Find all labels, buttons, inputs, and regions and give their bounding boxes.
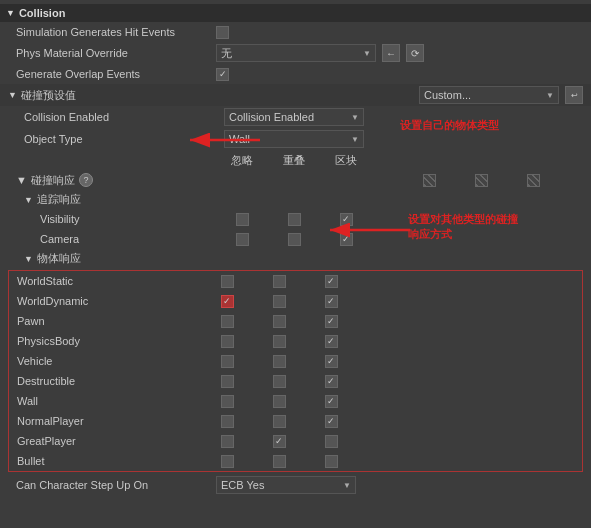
can-step-up-arrow-icon: ▼ — [343, 481, 351, 490]
physics-body-label: PhysicsBody — [17, 335, 209, 347]
collision-response-label-container: ▼ 碰撞响应 ? — [16, 173, 93, 188]
ws-block-checkbox[interactable] — [325, 275, 338, 288]
ws-overlap-checkbox[interactable] — [273, 275, 286, 288]
collision-response-help-icon[interactable]: ? — [79, 173, 93, 187]
generate-overlap-value — [216, 68, 583, 81]
np-ignore-cell — [209, 415, 245, 428]
destructible-label: Destructible — [17, 375, 209, 387]
camera-label: Camera — [40, 233, 224, 245]
object-types-section: WorldStatic WorldDynamic — [8, 270, 583, 472]
great-player-label: GreatPlayer — [17, 435, 209, 447]
dest-overlap-checkbox[interactable] — [273, 375, 286, 388]
collision-enabled-label: Collision Enabled — [24, 111, 224, 123]
pawn-overlap-checkbox[interactable] — [273, 315, 286, 328]
collision-section: ▼ Collision Simulation Generates Hit Eve… — [0, 0, 591, 500]
gp-overlap-cell — [261, 435, 297, 448]
collision-preset-extra-button[interactable]: ↩ — [565, 86, 583, 104]
generate-overlap-checkbox[interactable] — [216, 68, 229, 81]
world-static-label: WorldStatic — [17, 275, 209, 287]
wd-overlap-cell — [261, 295, 297, 308]
pawn-block-checkbox[interactable] — [325, 315, 338, 328]
vehicle-label: Vehicle — [17, 355, 209, 367]
bullet-ignore-cell — [209, 455, 245, 468]
visibility-ignore-checkbox[interactable] — [236, 213, 249, 226]
block-col-header: 区块 — [328, 153, 364, 168]
wd-block-checkbox[interactable] — [325, 295, 338, 308]
object-type-dropdown[interactable]: Wall ▼ — [224, 130, 364, 148]
bullet-overlap-checkbox[interactable] — [273, 455, 286, 468]
trace-response-arrow-icon: ▼ — [24, 195, 33, 205]
phys-material-back-button[interactable]: ← — [382, 44, 400, 62]
simulation-checkbox[interactable] — [216, 26, 229, 39]
world-static-row: WorldStatic — [9, 271, 582, 291]
ws-ignore-checkbox[interactable] — [221, 275, 234, 288]
gp-block-checkbox[interactable] — [325, 435, 338, 448]
np-block-checkbox[interactable] — [325, 415, 338, 428]
np-overlap-checkbox[interactable] — [273, 415, 286, 428]
wd-ignore-checkbox[interactable] — [221, 295, 234, 308]
ws-overlap-cell — [261, 275, 297, 288]
collision-preset-dropdown[interactable]: Custom... ▼ — [419, 86, 559, 104]
dest-ignore-checkbox[interactable] — [221, 375, 234, 388]
pb-overlap-checkbox[interactable] — [273, 335, 286, 348]
collision-response-arrow-icon: ▼ — [16, 174, 27, 186]
phys-material-dropdown-arrow-icon: ▼ — [363, 49, 371, 58]
visibility-block-checkbox[interactable] — [340, 213, 353, 226]
overlap-col-header: 重叠 — [276, 153, 312, 168]
phys-material-value: 无 ▼ ← ⟳ — [216, 44, 583, 62]
object-response-row: ▼ 物体响应 — [0, 249, 591, 268]
wall-label: Wall — [17, 395, 209, 407]
pb-ignore-checkbox[interactable] — [221, 335, 234, 348]
camera-ignore-checkbox[interactable] — [236, 233, 249, 246]
collision-header[interactable]: ▼ Collision — [0, 4, 591, 22]
vehicle-checkboxes — [209, 355, 349, 368]
world-dynamic-checkboxes — [209, 295, 349, 308]
normal-player-label: NormalPlayer — [17, 415, 209, 427]
response-block-checkbox[interactable] — [527, 174, 540, 187]
collision-enabled-dropdown[interactable]: Collision Enabled ▼ — [224, 108, 364, 126]
destructible-checkboxes — [209, 375, 349, 388]
response-ignore-checkbox[interactable] — [423, 174, 436, 187]
wall-block-cell — [313, 395, 349, 408]
wall-overlap-checkbox[interactable] — [273, 395, 286, 408]
wall-ignore-checkbox[interactable] — [221, 395, 234, 408]
can-step-up-dropdown[interactable]: ECB Yes ▼ — [216, 476, 356, 494]
bullet-row: Bullet — [9, 451, 582, 471]
trace-response-label: 追踪响应 — [37, 192, 81, 207]
pawn-block-cell — [313, 315, 349, 328]
response-overlap-checkbox[interactable] — [475, 174, 488, 187]
gp-overlap-checkbox[interactable] — [273, 435, 286, 448]
ws-ignore-cell — [209, 275, 245, 288]
veh-ignore-checkbox[interactable] — [221, 355, 234, 368]
bullet-overlap-cell — [261, 455, 297, 468]
np-ignore-checkbox[interactable] — [221, 415, 234, 428]
normal-player-row: NormalPlayer — [9, 411, 582, 431]
phys-material-search-button[interactable]: ⟳ — [406, 44, 424, 62]
visibility-row: Visibility — [0, 209, 591, 229]
bullet-ignore-checkbox[interactable] — [221, 455, 234, 468]
pb-overlap-cell — [261, 335, 297, 348]
collision-response-header-row: ▼ 碰撞响应 ? — [0, 170, 591, 190]
phys-material-dropdown[interactable]: 无 ▼ — [216, 44, 376, 62]
dest-block-cell — [313, 375, 349, 388]
camera-block-checkbox[interactable] — [340, 233, 353, 246]
collision-panel: ▼ Collision Simulation Generates Hit Eve… — [0, 0, 591, 500]
column-headers-row: 忽略 重叠 区块 — [0, 150, 591, 170]
visibility-overlap-checkbox[interactable] — [288, 213, 301, 226]
wd-overlap-checkbox[interactable] — [273, 295, 286, 308]
veh-block-checkbox[interactable] — [325, 355, 338, 368]
bullet-block-checkbox[interactable] — [325, 455, 338, 468]
pawn-ignore-checkbox[interactable] — [221, 315, 234, 328]
veh-overlap-checkbox[interactable] — [273, 355, 286, 368]
dest-block-checkbox[interactable] — [325, 375, 338, 388]
world-dynamic-label: WorldDynamic — [17, 295, 209, 307]
collision-presets-label: 碰撞预设值 — [21, 88, 76, 103]
wall-overlap-cell — [261, 395, 297, 408]
collision-presets-header[interactable]: ▼ 碰撞预设值 Custom... ▼ ↩ — [0, 84, 591, 106]
pawn-overlap-cell — [261, 315, 297, 328]
gp-ignore-checkbox[interactable] — [221, 435, 234, 448]
pb-block-checkbox[interactable] — [325, 335, 338, 348]
wall-block-checkbox[interactable] — [325, 395, 338, 408]
object-type-row: Object Type Wall ▼ — [0, 128, 591, 150]
camera-overlap-checkbox[interactable] — [288, 233, 301, 246]
